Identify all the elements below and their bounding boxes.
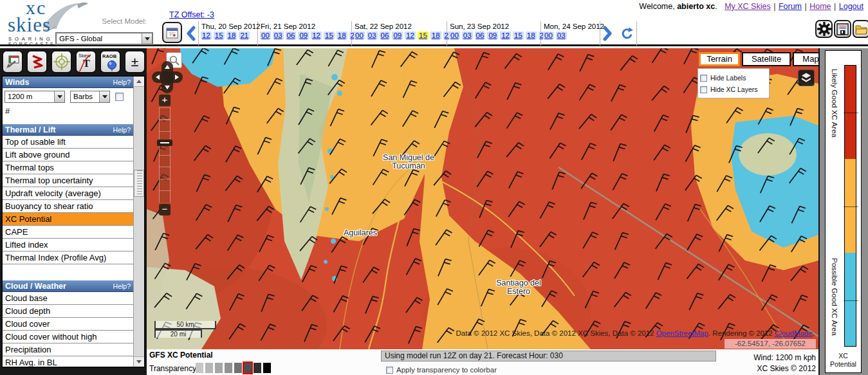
map-type-satellite[interactable]: Satellite: [742, 52, 791, 66]
forecast-hour-06[interactable]: 06: [286, 32, 297, 39]
sidebar-item-cloud-depth[interactable]: Cloud depth: [3, 305, 133, 318]
lightning-button[interactable]: [26, 50, 48, 73]
map-pan-control[interactable]: [152, 61, 183, 96]
forecast-hour-09[interactable]: 09: [392, 32, 403, 39]
forecast-hour-15[interactable]: 15: [418, 32, 429, 39]
sidebar-item-cloud-cover[interactable]: Cloud cover: [3, 318, 133, 331]
forecast-hour-06[interactable]: 06: [380, 32, 391, 39]
forecast-hour-03[interactable]: 03: [273, 32, 284, 39]
sidebar-item-thermal-index-profile-avg[interactable]: Thermal Index (Profile Avg): [3, 252, 133, 264]
save-button[interactable]: [834, 20, 851, 38]
transparency-swatch[interactable]: [254, 363, 261, 373]
sidebar-item-buoyancy-to-shear-ratio[interactable]: Buoyancy to shear ratio: [3, 200, 133, 213]
transparency-swatch[interactable]: [225, 363, 232, 373]
forecast-hour-12[interactable]: 12: [405, 32, 416, 39]
scrollbar-thumb[interactable]: [134, 170, 144, 197]
tz-offset-link[interactable]: TZ Offset: -3: [169, 10, 214, 19]
raob-button[interactable]: RAOB: [100, 50, 121, 73]
thermal-help-link[interactable]: Help?: [113, 126, 131, 134]
forecast-hour-15[interactable]: 15: [513, 32, 524, 39]
transparency-swatch[interactable]: [263, 363, 271, 373]
sidebar-item-cloud-base[interactable]: Cloud base: [3, 292, 133, 305]
nav-link-logout[interactable]: Logout: [839, 2, 863, 11]
previous-days-button[interactable]: [185, 26, 196, 44]
sidebar-item-updraft-velocity-average[interactable]: Updraft velocity (average): [3, 187, 133, 200]
forecast-hour-18[interactable]: 18: [226, 32, 237, 39]
forecast-hour-15[interactable]: 15: [324, 32, 335, 39]
model-select[interactable]: GFS - Global: [55, 32, 153, 45]
scroll-up-icon[interactable]: [134, 77, 144, 87]
transparency-swatch[interactable]: [205, 363, 213, 373]
forecast-hour-00[interactable]: 00: [543, 32, 554, 39]
map-window-button[interactable]: [2, 50, 23, 73]
calendar-button[interactable]: [162, 22, 182, 43]
forecast-hour-09[interactable]: 09: [298, 32, 309, 39]
dropdown-arrow-icon[interactable]: [142, 33, 152, 44]
zoom-out-button[interactable]: −: [159, 204, 171, 215]
refresh-button[interactable]: [616, 21, 637, 46]
sidebar-item-cloud-cover-without-high[interactable]: Cloud cover without high: [3, 331, 133, 343]
dropdown-arrow-icon[interactable]: [54, 91, 64, 102]
sidebar-item-precipitation[interactable]: Precipitation: [3, 343, 133, 356]
hide-labels-checkbox[interactable]: [700, 75, 707, 82]
map-canvas[interactable]: San Miguel de TucumánAguilaresSantiago d…: [147, 48, 818, 349]
forecast-hour-09[interactable]: 09: [487, 32, 498, 39]
apply-transparency-checkbox[interactable]: [386, 367, 393, 374]
plus-minus-button[interactable]: ±: [124, 50, 145, 73]
settings-button[interactable]: [815, 20, 833, 38]
sidebar-item-thermal-tops[interactable]: Thermal tops: [3, 161, 133, 174]
zoom-in-button[interactable]: +: [159, 95, 171, 106]
transparency-swatch[interactable]: [196, 363, 203, 373]
forecast-hour-12[interactable]: 12: [201, 32, 212, 39]
forecast-hour-18[interactable]: 18: [430, 32, 441, 39]
wind-display-select[interactable]: Barbs: [70, 91, 110, 103]
sidebar-item-xc-potential[interactable]: XC Potential: [3, 213, 133, 226]
sidebar-item-lift-above-ground[interactable]: Lift above ground: [3, 149, 133, 161]
sidebar-item-cape[interactable]: CAPE: [3, 226, 133, 239]
sidebar-item-thermal-top-uncertainty[interactable]: Thermal top uncertainty: [3, 174, 133, 187]
forecast-hour-18[interactable]: 18: [337, 32, 347, 39]
dropdown-arrow-icon[interactable]: [99, 91, 109, 102]
forecast-hour-00[interactable]: 00: [354, 32, 365, 39]
forecast-hour-03[interactable]: 03: [462, 32, 473, 39]
zoom-slider-track[interactable]: [159, 107, 171, 203]
nav-link-my-xc-skies[interactable]: My XC Skies: [725, 2, 771, 11]
forecast-hour-18[interactable]: 18: [526, 32, 537, 39]
sidebar-item-top-of-usable-lift[interactable]: Top of usable lift: [3, 136, 133, 149]
scroll-down-icon[interactable]: [134, 356, 144, 367]
forecast-hour-03[interactable]: 03: [556, 32, 567, 39]
forecast-hour-21[interactable]: 21: [239, 32, 250, 39]
transparency-swatch[interactable]: [234, 363, 242, 373]
open-button[interactable]: [853, 20, 868, 38]
openstreetmap-link[interactable]: OpenStreetMap: [656, 329, 708, 337]
transparency-swatch[interactable]: [244, 363, 252, 373]
next-days-button[interactable]: [602, 26, 613, 44]
winds-checkbox[interactable]: [115, 93, 124, 101]
nav-link-forum[interactable]: Forum: [779, 2, 802, 11]
sidebar-item-lifted-index[interactable]: Lifted index: [3, 239, 133, 252]
forecast-hour-00[interactable]: 00: [449, 32, 460, 39]
welcome-bar: Welcome, abierto xc. My XC Skies | Forum…: [639, 2, 864, 11]
winds-help-link[interactable]: Help?: [113, 78, 131, 86]
zoom-slider-handle[interactable]: [157, 140, 172, 146]
forecast-hour-12[interactable]: 12: [500, 32, 511, 39]
sidebar-scrollbar[interactable]: [133, 77, 144, 367]
forecast-hour-06[interactable]: 06: [475, 32, 486, 39]
map-type-map[interactable]: Map: [793, 52, 818, 66]
layers-button[interactable]: [798, 69, 815, 86]
hide-xc-layers-checkbox[interactable]: [700, 86, 707, 93]
day-hours: 0003: [541, 31, 600, 41]
map-type-terrain[interactable]: Terrain: [699, 52, 740, 66]
transparency-swatch[interactable]: [215, 363, 223, 373]
crosshair-button[interactable]: [51, 50, 72, 73]
cloudmade-link[interactable]: CloudMade: [775, 329, 813, 337]
nav-link-home[interactable]: Home: [809, 2, 831, 11]
forecast-hour-00[interactable]: 00: [260, 32, 271, 39]
cloud-help-link[interactable]: Help?: [113, 282, 131, 290]
sidebar-item-rh-avg-in-bl[interactable]: RH Avg. in BL: [3, 356, 133, 367]
forecast-hour-15[interactable]: 15: [214, 32, 225, 39]
wind-altitude-select[interactable]: 1200 m: [5, 91, 65, 103]
forecast-hour-12[interactable]: 12: [311, 32, 322, 39]
skew-t-button[interactable]: Skew T: [75, 50, 97, 73]
forecast-hour-03[interactable]: 03: [367, 32, 378, 39]
